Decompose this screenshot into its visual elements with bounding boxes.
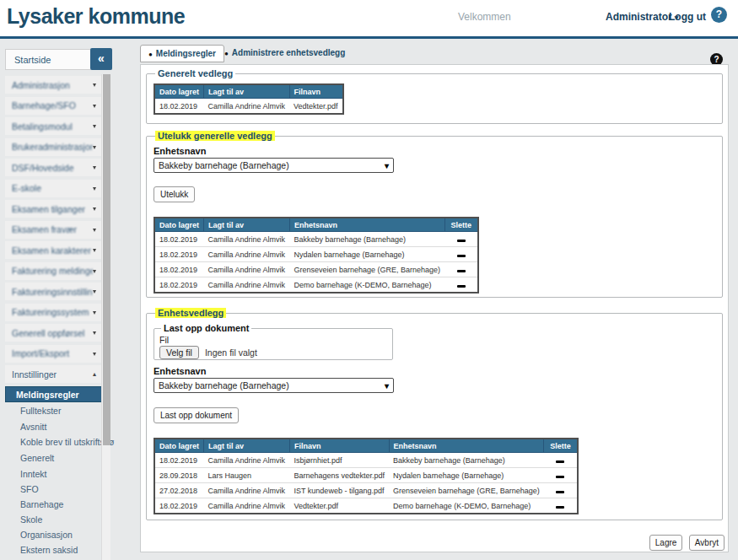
cell-filename: Isbjørnhiet.pdf <box>290 453 390 468</box>
choose-file-button[interactable]: Velg fil <box>159 346 199 359</box>
column-header: Lagt til av <box>204 439 290 453</box>
column-header: Filnavn <box>289 84 343 99</box>
sidebar-item-module-9[interactable]: Fakturering meldinger▾ <box>5 262 101 280</box>
sidebar-item-innstillinger[interactable]: Innstillinger ▴ <box>5 365 101 383</box>
module-label: Generell oppførsel <box>12 328 84 338</box>
sidebar-item-module-11[interactable]: Faktureringssystem▾ <box>5 304 101 321</box>
cell-user: Camilla Andrine Almvik <box>204 247 290 262</box>
chevron-down-icon: ▾ <box>93 81 96 89</box>
tab-meldingsregler[interactable]: ●Meldingsregler <box>140 45 224 62</box>
sidebar-item-skole[interactable]: Skole <box>5 512 101 528</box>
sidebar-item-generelt[interactable]: Generelt <box>5 450 101 466</box>
sidebar-item-meldingsregler[interactable]: Meldingsregler <box>5 386 105 402</box>
delete-icon[interactable] <box>457 255 466 257</box>
chevron-down-icon: ▾ <box>93 350 96 358</box>
table-row: 18.02.2019 Camilla Andrine Almvik Vedtek… <box>154 99 343 115</box>
module-label: Import/Eksport <box>12 348 69 358</box>
module-label: Administrasjon <box>12 80 70 90</box>
utelukk-button[interactable]: Utelukk <box>154 186 195 202</box>
sidebar-module-list: Administrasjon▾ Barnehage/SFO▾ Betalings… <box>5 76 101 365</box>
sidebar-scrollbar[interactable] <box>101 74 110 560</box>
delete-icon[interactable] <box>556 460 564 463</box>
chevron-down-icon: ▾ <box>93 205 96 213</box>
module-label: Eksamen fravær <box>12 224 77 234</box>
cell-date: 18.02.2019 <box>154 262 204 277</box>
chevron-down-icon: ▾ <box>93 185 96 192</box>
sidebar-item-module-5[interactable]: E-skole▾ <box>5 180 101 197</box>
sidebar-item-inntekt[interactable]: Inntekt <box>5 466 101 482</box>
save-button[interactable]: Lagre <box>649 535 683 551</box>
sidebar-item-fulltekster[interactable]: Fulltekster <box>5 403 101 419</box>
cell-user: Camilla Andrine Almvik <box>204 232 290 247</box>
sidebar-item-sfo[interactable]: SFO <box>5 482 101 498</box>
sidebar-scrollbar-thumb[interactable] <box>103 74 110 445</box>
cell-date: 18.02.2019 <box>154 247 204 262</box>
sidebar-item-module-1[interactable]: Barnehage/SFO▾ <box>5 97 101 115</box>
sidebar-item-koble-brev[interactable]: Koble brev til utskriftskø <box>5 434 101 450</box>
sidebar-item-module-10[interactable]: Faktureringsinnstillinger▾ <box>5 283 101 300</box>
enhetsnavn-select-upload[interactable]: Bakkeby barnehage (Barnehage) ▾ <box>154 378 394 393</box>
module-label: Barnehage/SFO <box>12 100 76 110</box>
sidebar-item-module-2[interactable]: Betalingsmodul▾ <box>5 117 101 135</box>
delete-icon[interactable] <box>556 491 564 493</box>
enhetsnavn-label: Enhetsnavn <box>154 146 715 156</box>
chevron-down-icon: ▾ <box>93 288 96 295</box>
dropdown-arrow-icon: ▾ <box>385 380 389 393</box>
enhetsnavn-select[interactable]: Bakkeby barnehage (Barnehage) ▾ <box>154 158 394 173</box>
no-file-text: Ingen fil valgt <box>205 347 257 358</box>
logout-button[interactable]: Logg ut <box>669 11 706 23</box>
help-icon[interactable]: ? <box>711 7 727 23</box>
cell-date: 18.02.2019 <box>154 453 204 468</box>
upload-document-button[interactable]: Last opp dokument <box>154 407 239 423</box>
sidebar-item-avsnitt[interactable]: Avsnitt <box>5 419 101 435</box>
dropdown-arrow-icon: ▾ <box>385 159 389 173</box>
sidebar-collapse-icon[interactable]: « <box>90 48 112 70</box>
cell-user: Camilla Andrine Almvik <box>204 99 290 115</box>
sidebar-item-module-3[interactable]: Brukeradministrasjon▾ <box>5 138 101 156</box>
chevron-down-icon: ▾ <box>93 226 96 234</box>
select-value: Bakkeby barnehage (Barnehage) <box>159 380 289 390</box>
table-row: 18.02.2019 Camilla Andrine Almvik Grense… <box>154 262 478 277</box>
sidebar-item-cutoff[interactable]: Søknadsfrist <box>5 557 101 560</box>
column-header: Dato lagret <box>154 218 204 232</box>
sidebar-item-module-8[interactable]: Eksamen karakterer▾ <box>5 241 101 259</box>
delete-icon[interactable] <box>556 506 564 509</box>
bullet-icon: ● <box>224 50 229 57</box>
sidebar-item-module-0[interactable]: Administrasjon▾ <box>5 76 101 94</box>
column-header: Enhetsnavn <box>389 439 544 453</box>
sidebar-item-module-4[interactable]: DSF/Hovedside▾ <box>5 159 101 176</box>
fil-label: Fil <box>159 335 387 345</box>
enhetsnavn-label: Enhetsnavn <box>154 366 715 376</box>
section-legend-highlighted: Enhetsvedlegg <box>155 308 226 318</box>
chevron-down-icon: ▾ <box>93 122 96 130</box>
cell-filename: Vedtekter.pdf <box>290 498 390 514</box>
column-header: Dato lagret <box>154 84 204 99</box>
cancel-button[interactable]: Avbryt <box>689 535 725 551</box>
cell-unit: Grenseveien barnehage (GRE, Barnehage) <box>389 483 544 498</box>
sidebar-item-module-13[interactable]: Import/Eksport▾ <box>5 345 101 363</box>
sidebar-item-module-12[interactable]: Generell oppførsel▾ <box>5 324 101 342</box>
module-label: E-skole <box>12 183 41 193</box>
delete-icon[interactable] <box>457 285 466 288</box>
sidebar-item-module-6[interactable]: Eksamen tilganger▾ <box>5 200 101 218</box>
sidebar-item-organisasjon[interactable]: Organisasjon <box>5 527 101 543</box>
chevron-down-icon: ▾ <box>93 309 96 316</box>
cell-unit: Grenseveien barnehage (GRE, Barnehage) <box>290 262 445 277</box>
cell-user: Camilla Andrine Almvik <box>204 453 290 468</box>
cell-date: 18.02.2019 <box>154 99 204 115</box>
table-row: 18.02.2019 Camilla Andrine Almvik Demo b… <box>154 277 478 293</box>
sidebar-item-barnehage[interactable]: Barnehage <box>5 497 101 513</box>
table-row: 18.02.2019 Camilla Andrine Almvik Vedtek… <box>154 498 578 514</box>
tab-administrere-enhetsvedlegg[interactable]: ●Administrere enhetsvedlegg <box>219 45 350 62</box>
sidebar: Startside « Administrasjon▾ Barnehage/SF… <box>0 39 112 560</box>
module-label: Eksamen karakterer <box>12 245 91 256</box>
enhetsvedlegg-section: Enhetsvedlegg Last opp dokument Fil Velg… <box>146 308 723 520</box>
delete-icon[interactable] <box>556 476 564 478</box>
delete-icon[interactable] <box>457 240 466 242</box>
user-menu[interactable]: Administrator▾ <box>606 11 678 23</box>
module-label: DSF/Hovedside <box>12 163 74 173</box>
sidebar-item-module-7[interactable]: Eksamen fravær▾ <box>5 221 101 239</box>
delete-icon[interactable] <box>457 270 466 272</box>
cell-user: Camilla Andrine Almvik <box>204 277 290 293</box>
select-value: Bakkeby barnehage (Barnehage) <box>159 160 289 170</box>
